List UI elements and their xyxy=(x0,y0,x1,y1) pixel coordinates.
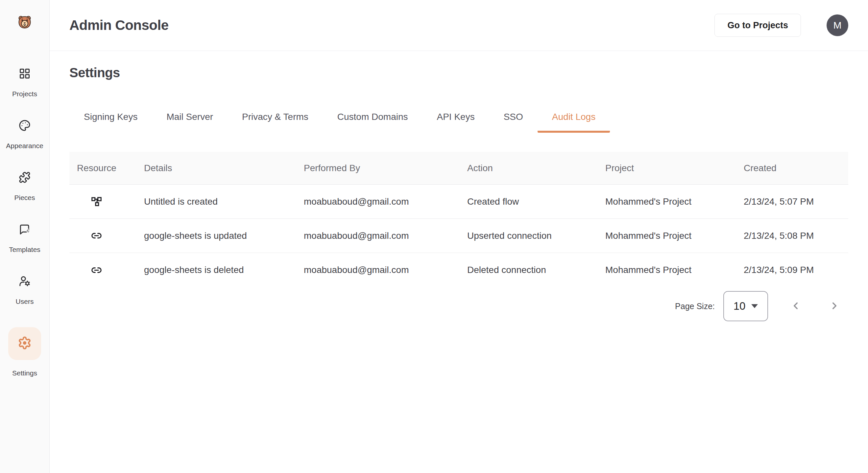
previous-page-button[interactable] xyxy=(782,292,809,320)
cell-performed-by: moabuaboud@gmail.com xyxy=(304,265,467,275)
tab-sso[interactable]: SSO xyxy=(489,112,537,133)
chevron-left-icon xyxy=(790,300,801,312)
sidebar-item-label: Users xyxy=(16,298,34,305)
column-header-resource: Resource xyxy=(69,163,144,173)
top-header: Admin Console Go to Projects M xyxy=(50,0,868,51)
audit-logs-table: Resource Details Performed By Action Pro… xyxy=(69,152,848,287)
tab-custom-domains[interactable]: Custom Domains xyxy=(323,112,423,133)
sidebar-item-pieces[interactable]: Pieces xyxy=(14,171,35,202)
sidebar-item-label: Templates xyxy=(9,246,40,254)
sidebar-item-label: Appearance xyxy=(6,142,43,150)
sidebar-item-label: Settings xyxy=(12,369,37,377)
tab-privacy-terms[interactable]: Privacy & Terms xyxy=(227,112,323,133)
user-gear-icon xyxy=(19,275,31,289)
page-size-label: Page Size: xyxy=(675,302,715,311)
cell-project: Mohammed's Project xyxy=(605,196,744,207)
main-area: Admin Console Go to Projects M Settings … xyxy=(50,0,868,473)
tab-signing-keys[interactable]: Signing Keys xyxy=(69,112,152,133)
cell-created: 2/13/24, 5:09 PM xyxy=(744,265,848,275)
sidebar-item-appearance[interactable]: Appearance xyxy=(6,120,43,150)
admin-console-app: Projects Appearance Pieces Templates xyxy=(0,0,868,473)
cell-project: Mohammed's Project xyxy=(605,265,744,275)
workflow-icon xyxy=(69,196,144,207)
chevron-down-icon xyxy=(751,304,758,308)
page-title: Admin Console xyxy=(69,18,714,33)
settings-tabs: Signing Keys Mail Server Privacy & Terms… xyxy=(69,112,848,133)
palette-icon xyxy=(19,120,31,133)
settings-heading: Settings xyxy=(69,65,848,80)
cell-details: google-sheets is updated xyxy=(144,231,304,241)
sidebar-item-settings[interactable]: Settings xyxy=(8,327,41,377)
settings-content: Settings Signing Keys Mail Server Privac… xyxy=(50,51,868,473)
tab-mail-server[interactable]: Mail Server xyxy=(152,112,227,133)
cell-action: Upserted connection xyxy=(467,231,605,241)
cell-performed-by: moabuaboud@gmail.com xyxy=(304,231,467,241)
cell-details: google-sheets is deleted xyxy=(144,265,304,275)
table-body: Untitled is created moabuaboud@gmail.com… xyxy=(69,184,848,287)
column-header-created: Created xyxy=(744,163,848,173)
sidebar: Projects Appearance Pieces Templates xyxy=(0,0,50,473)
template-bolt-icon xyxy=(19,223,31,236)
sidebar-item-templates[interactable]: Templates xyxy=(9,223,40,254)
column-header-details: Details xyxy=(144,163,304,173)
page-size-value: 10 xyxy=(734,300,746,312)
link-icon xyxy=(69,265,144,276)
cell-project: Mohammed's Project xyxy=(605,231,744,241)
chevron-right-icon xyxy=(829,300,840,312)
header-actions: Go to Projects M xyxy=(714,14,848,37)
user-avatar[interactable]: M xyxy=(827,14,848,36)
go-to-projects-button[interactable]: Go to Projects xyxy=(714,14,801,37)
table-row: google-sheets is updated moabuaboud@gmai… xyxy=(69,219,848,253)
table-row: google-sheets is deleted moabuaboud@gmai… xyxy=(69,253,848,287)
sidebar-item-users[interactable]: Users xyxy=(16,275,34,305)
cell-performed-by: moabuaboud@gmail.com xyxy=(304,196,467,207)
activepieces-bear-logo-icon xyxy=(17,14,33,30)
puzzle-icon xyxy=(19,171,31,184)
link-icon xyxy=(69,230,144,241)
page-size-select[interactable]: 10 xyxy=(723,291,768,321)
column-header-action: Action xyxy=(467,163,605,173)
tab-api-keys[interactable]: API Keys xyxy=(423,112,489,133)
next-page-button[interactable] xyxy=(820,292,848,320)
sidebar-nav: Projects Appearance Pieces Templates xyxy=(6,68,43,377)
grid-icon xyxy=(19,68,31,81)
table-row: Untitled is created moabuaboud@gmail.com… xyxy=(69,184,848,219)
sidebar-item-label: Projects xyxy=(12,90,37,98)
column-header-performed-by: Performed By xyxy=(304,163,467,173)
cell-created: 2/13/24, 5:08 PM xyxy=(744,231,848,241)
sidebar-item-projects[interactable]: Projects xyxy=(12,68,37,98)
column-header-project: Project xyxy=(605,163,744,173)
gear-icon xyxy=(18,336,32,351)
pagination: Page Size: 10 xyxy=(69,291,848,321)
cell-created: 2/13/24, 5:07 PM xyxy=(744,196,848,207)
tab-audit-logs[interactable]: Audit Logs xyxy=(537,112,610,133)
table-header-row: Resource Details Performed By Action Pro… xyxy=(69,152,848,184)
cell-action: Deleted connection xyxy=(467,265,605,275)
cell-action: Created flow xyxy=(467,196,605,207)
settings-active-highlight xyxy=(8,327,41,360)
cell-details: Untitled is created xyxy=(144,196,304,207)
sidebar-item-label: Pieces xyxy=(14,194,35,202)
